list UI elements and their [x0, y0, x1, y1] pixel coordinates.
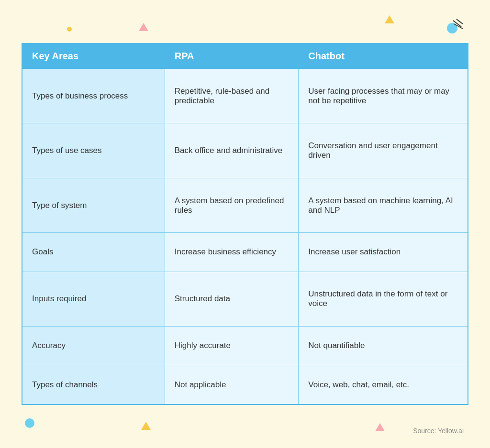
- col-header-rpa: RPA: [165, 44, 299, 69]
- cell-key-area: Goals: [22, 233, 165, 272]
- cell-chatbot: Conversation and user engagement driven: [299, 123, 468, 178]
- cell-key-area: Accuracy: [22, 327, 165, 365]
- cell-chatbot: Increase user satisfaction: [299, 233, 468, 272]
- table-row: GoalsIncrease business efficiencyIncreas…: [22, 233, 468, 272]
- table-row: Types of channelsNot applicableVoice, we…: [22, 365, 468, 404]
- svg-line-2: [454, 24, 463, 29]
- cell-rpa: Repetitive, rule-based and predictable: [165, 69, 299, 123]
- cell-rpa: Highly accurate: [165, 327, 299, 365]
- col-header-chatbot: Chatbot: [299, 44, 468, 69]
- comparison-table: Key Areas RPA Chatbot Types of business …: [22, 43, 468, 405]
- table-row: Types of use casesBack office and admini…: [22, 123, 468, 178]
- cell-rpa: A system based on predefined rules: [165, 178, 299, 232]
- cell-key-area: Inputs required: [22, 272, 165, 326]
- cell-key-area: Types of use cases: [22, 123, 165, 178]
- cell-chatbot: Voice, web, chat, email, etc.: [299, 365, 468, 404]
- table-row: Types of business processRepetitive, rul…: [22, 69, 468, 123]
- svg-line-1: [457, 19, 463, 24]
- col-header-key-areas: Key Areas: [22, 44, 165, 69]
- cell-key-area: Type of system: [22, 178, 165, 232]
- cell-key-area: Types of channels: [22, 365, 165, 404]
- cell-rpa: Not applicable: [165, 365, 299, 404]
- cell-chatbot: Unstructured data in the form of text or…: [299, 272, 468, 326]
- svg-line-0: [453, 21, 461, 27]
- cell-rpa: Structured data: [165, 272, 299, 326]
- cell-chatbot: User facing processes that may or may no…: [299, 69, 468, 123]
- comparison-table-wrapper: Key Areas RPA Chatbot Types of business …: [22, 43, 468, 405]
- cell-rpa: Back office and administrative: [165, 123, 299, 178]
- cell-key-area: Types of business process: [22, 69, 165, 123]
- table-row: AccuracyHighly accurateNot quantifiable: [22, 327, 468, 365]
- table-row: Inputs requiredStructured dataUnstructur…: [22, 272, 468, 326]
- cell-chatbot: A system based on machine learning, AI a…: [299, 178, 468, 232]
- cell-rpa: Increase business efficiency: [165, 233, 299, 272]
- cell-chatbot: Not quantifiable: [299, 327, 468, 365]
- table-row: Type of systemA system based on predefin…: [22, 178, 468, 232]
- source-citation: Source: Yellow.ai: [413, 427, 464, 435]
